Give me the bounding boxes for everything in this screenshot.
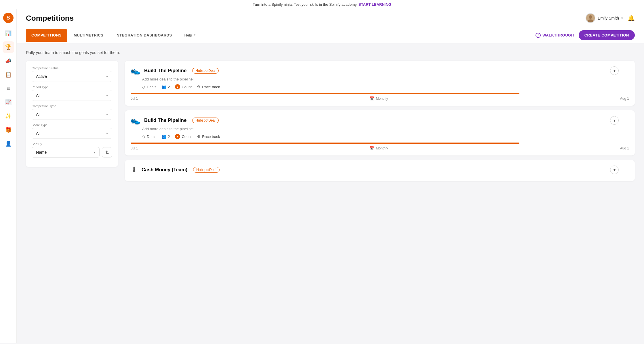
external-link-icon: ↗	[193, 33, 196, 37]
create-competition-button[interactable]: CREATE COMPETITION	[579, 30, 635, 40]
bell-icon[interactable]: 🔔	[628, 15, 635, 22]
page-subtitle: Rally your team to smash the goals you s…	[26, 50, 635, 55]
card-menu-button[interactable]: ⋮	[621, 166, 629, 173]
competition-icon: 👟	[131, 116, 141, 125]
score-label: Count	[182, 134, 192, 139]
filter-competition-type: Competition Type All ▾	[32, 104, 112, 120]
sidebar-item-sparkle[interactable]: ✨	[3, 110, 14, 122]
monitor-icon: 🖥	[6, 86, 11, 92]
card-dates: Jul 1 📅 Monthly Aug 1	[131, 96, 629, 101]
period-type-chevron-icon: ▾	[106, 93, 108, 97]
meta-metric: ◇ Deals	[142, 134, 156, 139]
date-end: Aug 1	[620, 146, 629, 150]
avatar	[586, 13, 595, 23]
card-top: 👟 Build The Pipeline HubspotDeal ▾ ⋮	[131, 116, 629, 125]
sidebar-item-gift[interactable]: 🎁	[3, 124, 14, 136]
competition-status-value: Active	[36, 74, 47, 79]
period-type-value: All	[36, 93, 41, 98]
participants-count: 2	[168, 134, 170, 139]
sidebar-item-chart[interactable]: 📊	[3, 28, 14, 39]
card-actions: ▾ ⋮	[610, 166, 629, 174]
filter-score-type: Score Type All ▾	[32, 123, 112, 139]
metric-label: Deals	[147, 85, 156, 89]
page-title: Competitions	[26, 14, 74, 23]
start-learning-link[interactable]: START LEARNING	[359, 2, 391, 7]
card-meta: ◇ Deals 👥 2 ● Count	[142, 84, 629, 89]
page-body: Rally your team to smash the goals you s…	[17, 43, 644, 193]
sort-asc-icon: ⇅	[105, 150, 109, 155]
competition-card: 🌡 Cash Money (Team) HubspotDeal ▾ ⋮	[125, 160, 635, 181]
tab-integration-dashboards[interactable]: INTEGRATION DASHBOARDS	[110, 29, 177, 42]
card-meta: ◇ Deals 👥 2 ● Count	[142, 134, 629, 139]
sidebar-item-list[interactable]: 📋	[3, 69, 14, 80]
info-icon: i	[536, 33, 541, 38]
competition-type-value: All	[36, 112, 41, 117]
type-label: Race track	[202, 134, 220, 139]
card-menu-button[interactable]: ⋮	[621, 67, 629, 74]
competition-title: Build The Pipeline	[144, 68, 186, 74]
tab-multimetrics[interactable]: MULTIMETRICS	[68, 29, 109, 42]
help-link[interactable]: Help ↗	[182, 29, 198, 41]
sidebar-item-trend[interactable]: 📈	[3, 97, 14, 108]
sidebar-item-person[interactable]: 👤	[3, 138, 14, 149]
tab-competitions[interactable]: COMPETITIONS	[26, 29, 67, 42]
card-actions: ▾ ⋮	[610, 66, 629, 75]
main-header: Competitions Emily Smith ▾ 🔔	[17, 9, 644, 27]
card-expand-button[interactable]: ▾	[610, 66, 619, 75]
sidebar-logo[interactable]: S	[3, 13, 14, 23]
competition-status-select[interactable]: Active ▾	[32, 71, 112, 82]
walkthrough-label: WALKTHROUGH	[542, 33, 574, 37]
competition-type-select[interactable]: All ▾	[32, 109, 112, 120]
svg-point-1	[589, 15, 592, 19]
card-title-area: 🌡 Cash Money (Team) HubspotDeal	[131, 165, 220, 174]
card-expand-button[interactable]: ▾	[610, 166, 619, 174]
score-type-chevron-icon: ▾	[106, 131, 108, 135]
sidebar-item-trophy[interactable]: 🏆	[3, 41, 14, 53]
meta-participants: 👥 2	[161, 84, 170, 89]
card-title-area: 👟 Build The Pipeline HubspotDeal	[131, 66, 219, 75]
competition-title: Cash Money (Team)	[142, 167, 187, 173]
sidebar-item-monitor[interactable]: 🖥	[3, 83, 14, 94]
trend-icon: 📈	[5, 99, 12, 105]
help-label: Help	[184, 33, 192, 37]
sort-direction-button[interactable]: ⇅	[102, 147, 112, 157]
metric-label: Deals	[147, 134, 156, 139]
filter-competition-status: Competition Status Active ▾	[32, 66, 112, 82]
card-expand-button[interactable]: ▾	[610, 116, 619, 125]
meta-metric: ◇ Deals	[142, 84, 156, 89]
competition-card: 👟 Build The Pipeline HubspotDeal ▾ ⋮	[125, 110, 635, 155]
card-menu-button[interactable]: ⋮	[621, 117, 629, 124]
person-icon: 👤	[5, 141, 12, 147]
diamond-icon: ◇	[142, 134, 145, 139]
date-end: Aug 1	[620, 97, 629, 101]
sidebar: S 📊 🏆 📣 📋 🖥 📈 ✨ 🎁 👤	[0, 9, 17, 343]
period-label: Monthly	[376, 146, 388, 150]
period-type-select[interactable]: All ▾	[32, 90, 112, 101]
count-badge-icon: ●	[175, 84, 180, 89]
nav-actions: i WALKTHROUGH CREATE COMPETITION	[536, 27, 635, 43]
card-chevron-icon: ▾	[613, 68, 616, 73]
avatar-image	[586, 13, 595, 23]
card-dates: Jul 1 📅 Monthly Aug 1	[131, 146, 629, 150]
content-layout: Competition Status Active ▾ Period Type …	[26, 61, 635, 186]
user-chevron-icon: ▾	[621, 16, 623, 20]
competition-icon: 👟	[131, 66, 141, 75]
diamond-icon: ◇	[142, 84, 145, 89]
score-type-select[interactable]: All ▾	[32, 128, 112, 139]
user-info[interactable]: Emily Smith ▾	[586, 13, 623, 23]
sort-by-label: Sort By	[32, 142, 112, 146]
meta-participants: 👥 2	[161, 134, 170, 139]
sort-by-value: Name	[36, 150, 47, 155]
sidebar-item-megaphone[interactable]: 📣	[3, 55, 14, 67]
chart-bar-icon: 📊	[5, 30, 12, 36]
walkthrough-button[interactable]: i WALKTHROUGH	[536, 33, 574, 38]
competition-type-chevron-icon: ▾	[106, 112, 108, 116]
competition-badge: HubspotDeal	[192, 68, 218, 74]
progress-bar	[131, 93, 519, 94]
list-icon: 📋	[5, 72, 12, 78]
sort-by-chevron-icon: ▾	[94, 150, 95, 154]
card-actions: ▾ ⋮	[610, 116, 629, 125]
banner-text: Turn into a Spinify ninja. Test your ski…	[253, 2, 357, 7]
sort-by-select[interactable]: Name ▾	[32, 147, 100, 158]
nav-section: COMPETITIONS MULTIMETRICS INTEGRATION DA…	[17, 27, 644, 43]
